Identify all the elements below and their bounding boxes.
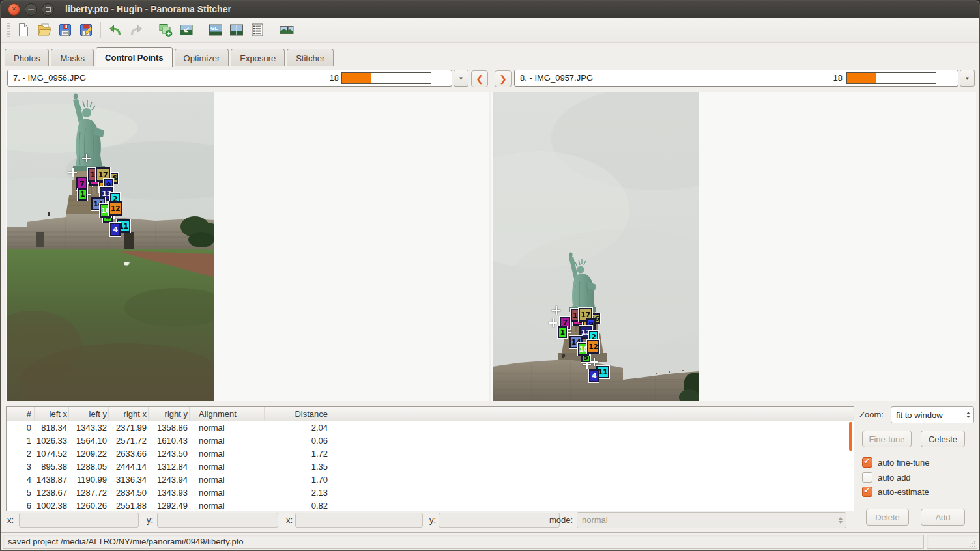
right-x-input[interactable] <box>295 513 423 528</box>
tab-exposure[interactable]: Exposure <box>231 49 285 66</box>
cp-cell: 1260.26 <box>69 500 109 511</box>
cp-crosshair[interactable] <box>549 318 557 327</box>
cp-table-row[interactable]: 51238.671287.722834.501343.93normal2.13 <box>7 487 854 500</box>
cp-table-row[interactable]: 3895.381288.052444.141312.84normal1.35 <box>7 460 854 473</box>
celeste-button[interactable]: Celeste <box>921 431 965 447</box>
tab-control-points[interactable]: Control Points <box>96 47 173 67</box>
toolbar-grip[interactable] <box>7 23 10 37</box>
show-cp-table-button[interactable] <box>248 20 267 40</box>
delete-button[interactable]: Delete <box>866 509 909 526</box>
cp-cell: 2.04 <box>265 421 328 434</box>
tab-masks[interactable]: Masks <box>51 49 94 66</box>
fast-preview-button[interactable] <box>227 20 246 40</box>
left-image-combobox[interactable]: 7. - IMG_0956.JPG 18 <box>7 70 452 87</box>
left-cp-count: 18 <box>330 70 339 86</box>
save-project-button[interactable] <box>55 20 75 40</box>
cp-crosshair[interactable] <box>82 154 91 162</box>
new-project-button[interactable] <box>14 20 33 40</box>
right-y-input[interactable] <box>439 513 560 528</box>
cp-cell: 1312.84 <box>149 460 190 473</box>
cp-cell: 1564.10 <box>69 434 109 447</box>
tab-photos[interactable]: Photos <box>5 49 49 66</box>
col-header-num[interactable]: # <box>7 407 35 421</box>
status-text: saved project /media/ALTRO/NY/mie/panora… <box>8 537 244 546</box>
col-header-right-x[interactable]: right x <box>109 407 149 421</box>
combo-arrows-icon <box>835 517 846 524</box>
left-x-input[interactable] <box>19 513 139 528</box>
cp-marker-1[interactable]: 1 <box>558 326 567 338</box>
save-floppy-icon <box>57 22 73 38</box>
cp-cell: 6 <box>7 500 35 511</box>
minimize-button[interactable]: — <box>25 3 37 16</box>
cp-table-row[interactable]: 61002.381260.262551.881292.49normal0.82 <box>7 500 854 511</box>
add-button[interactable]: Add <box>921 509 965 526</box>
checkbox-auto-estimate[interactable] <box>862 487 872 497</box>
tab-stitcher[interactable]: Stitcher <box>287 49 334 66</box>
title-bar[interactable]: ✕ — liberty.pto - Hugin - Panorama Stitc… <box>1 1 979 18</box>
cp-cell: 818.34 <box>35 421 69 434</box>
cp-crosshair[interactable] <box>68 168 77 177</box>
cp-table-body: 0818.341343.322371.991358.86normal2.0411… <box>7 421 854 511</box>
control-point-table[interactable]: #left xleft yright xright yAlignmentDist… <box>6 406 854 511</box>
cp-marker-12[interactable]: 12 <box>587 340 599 354</box>
cp-cell: 1243.50 <box>149 447 190 460</box>
left-cp-progressbar <box>341 72 431 84</box>
left-image-dropdown-button[interactable]: ▼ <box>454 70 468 87</box>
cp-marker-1[interactable]: 1 <box>78 188 87 201</box>
cp-cell: 0.06 <box>265 434 328 447</box>
cp-table-row[interactable]: 41438.871190.993136.341243.94normal1.70 <box>7 473 854 487</box>
col-header-right-y[interactable]: right y <box>149 407 190 421</box>
cp-cell: 1074.52 <box>35 447 69 460</box>
gl-preview-icon: GL <box>208 22 223 38</box>
open-project-button[interactable] <box>35 20 54 40</box>
redo-button[interactable] <box>126 20 146 40</box>
resize-grip-icon[interactable] <box>969 541 976 548</box>
checkbox-auto-fine-tune[interactable] <box>862 457 872 468</box>
undo-button[interactable] <box>106 20 125 40</box>
left-x-label: x: <box>7 515 14 525</box>
cp-crosshair[interactable] <box>590 358 598 366</box>
mode-combobox[interactable]: normal <box>577 512 846 528</box>
right-image-combobox[interactable]: 8. - IMG_0957.JPG 18 <box>514 70 958 87</box>
save-as-floppy-pencil-icon <box>78 22 94 38</box>
right-image-dropdown-button[interactable]: ▼ <box>960 70 975 87</box>
svg-text:GL: GL <box>210 25 218 31</box>
mode-label: mode: <box>549 515 573 525</box>
right-image-canvas[interactable]: 168351517791132141012114 <box>493 92 699 401</box>
add-images-button[interactable] <box>156 20 175 40</box>
tab-optimizer[interactable]: Optimizer <box>175 49 229 66</box>
left-y-input[interactable] <box>157 513 278 528</box>
cp-cell: normal <box>199 421 265 434</box>
cp-table-row[interactable]: 21074.521209.222633.661243.50normal1.72 <box>7 447 854 460</box>
col-header-left-x[interactable]: left x <box>35 407 69 421</box>
left-image-pane: 168351517791132141012114 <box>6 92 489 401</box>
col-header-alignment[interactable]: Alignment <box>199 407 265 421</box>
cp-marker-4[interactable]: 4 <box>110 223 121 236</box>
close-button[interactable]: ✕ <box>8 3 20 16</box>
maximize-button[interactable] <box>42 3 54 16</box>
cp-crosshair[interactable] <box>552 306 560 315</box>
cp-cell: 1026.33 <box>35 434 69 447</box>
fine-tune-button[interactable]: Fine-tune <box>862 431 912 447</box>
col-header-distance[interactable]: Distance <box>265 407 328 421</box>
next-pair-button[interactable]: ❯ <box>495 70 512 87</box>
left-image-canvas[interactable]: 168351517791132141012114 <box>7 92 214 401</box>
save-project-as-button[interactable] <box>76 20 96 40</box>
option-row-auto-fine-tune: auto fine-tune <box>862 457 930 468</box>
preview-panorama-button[interactable] <box>277 20 296 40</box>
cp-marker-4[interactable]: 4 <box>589 369 599 382</box>
previous-pair-button[interactable]: ❮ <box>471 70 488 87</box>
checkbox-auto-add[interactable] <box>862 472 872 483</box>
zoom-combobox[interactable]: fit to window <box>891 406 974 423</box>
cp-cell: 1343.32 <box>69 421 109 434</box>
cp-cell: 2834.50 <box>109 487 149 500</box>
cp-table-row[interactable]: 0818.341343.322371.991358.86normal2.04 <box>7 421 854 434</box>
cp-cell: 1.35 <box>265 460 328 473</box>
cp-table-row[interactable]: 11026.331564.102571.721610.43normal0.06 <box>7 434 854 447</box>
col-header-left-y[interactable]: left y <box>69 407 109 421</box>
gl-preview-button[interactable]: GL <box>206 20 225 40</box>
add-time-series-button[interactable] <box>177 20 196 40</box>
cp-marker-12[interactable]: 12 <box>109 201 122 216</box>
tab-bar: PhotosMasksControl PointsOptimizerExposu… <box>1 42 979 66</box>
table-scrollbar-thumb[interactable] <box>849 422 852 451</box>
